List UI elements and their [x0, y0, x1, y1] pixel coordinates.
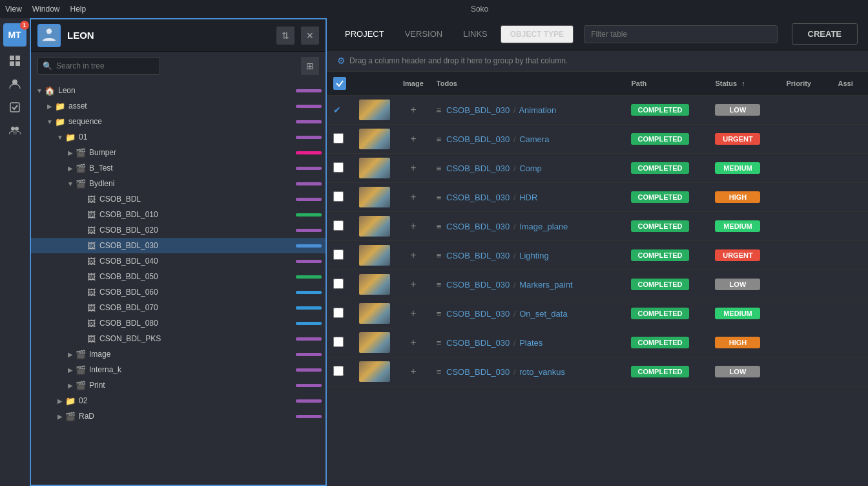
tab-object-type[interactable]: OBJECT TYPE [501, 25, 574, 43]
tree-item-csob_bdl_020[interactable]: 🖼 CSOB_BDL_020 [31, 222, 326, 238]
tree-arrow[interactable]: ▶ [45, 103, 54, 110]
col-priority[interactable]: Priority [780, 72, 831, 96]
path-base-link[interactable]: CSOB_BDL_030 [446, 193, 510, 202]
todos-add-icon[interactable]: + [410, 366, 416, 377]
path-sub-link[interactable]: Comp [519, 164, 542, 173]
tree-arrow[interactable]: ▼ [35, 87, 44, 94]
cell-todos[interactable]: + [397, 125, 430, 154]
cell-todos[interactable]: + [397, 241, 430, 270]
todos-add-icon[interactable]: + [410, 249, 416, 260]
tree-item-csob_bdl_010[interactable]: 🖼 CSOB_BDL_010 [31, 207, 326, 222]
nav-icon-user[interactable] [6, 75, 24, 93]
tree-item-01[interactable]: ▼ 📁 01 [31, 129, 326, 145]
path-sub-link[interactable]: roto_vankus [519, 367, 565, 377]
todos-add-icon[interactable]: + [410, 162, 416, 173]
path-base-link[interactable]: CSOB_BDL_030 [446, 338, 510, 348]
tree-item-csob_bdl_060[interactable]: 🖼 CSOB_BDL_060 [31, 284, 326, 300]
tree-item-print[interactable]: ▶ 🎬 Print [31, 377, 326, 393]
path-base-link[interactable]: CSOB_BDL_030 [446, 105, 510, 115]
path-sub-link[interactable]: Image_plane [519, 222, 568, 231]
path-sub-link[interactable]: Lighting [519, 251, 549, 260]
col-path[interactable]: Path [625, 72, 708, 96]
tree-item-csob_bdl_030[interactable]: 🖼 CSOB_BDL_030 [31, 238, 326, 253]
path-sub-link[interactable]: Camera [519, 134, 549, 144]
todos-add-icon[interactable]: + [410, 191, 416, 202]
app-logo[interactable]: MT 1 [3, 23, 26, 47]
col-todos[interactable]: Todos [430, 72, 625, 96]
tree-arrow[interactable]: ▶ [66, 165, 75, 172]
cell-todos[interactable]: + [397, 299, 430, 328]
tree-item-csob_bdl_040[interactable]: 🖼 CSOB_BDL_040 [31, 253, 326, 269]
filter-input[interactable] [584, 25, 778, 43]
cell-todos[interactable]: + [397, 183, 430, 212]
menu-view[interactable]: View [5, 5, 22, 14]
tree-item-image[interactable]: ▶ 🎬 Image [31, 346, 326, 362]
nav-icon-people[interactable] [6, 122, 24, 140]
tree-arrow[interactable]: ▶ [66, 149, 75, 156]
cell-check[interactable] [327, 270, 353, 299]
row-checkbox[interactable] [333, 337, 344, 347]
tab-version[interactable]: VERSION [397, 25, 451, 43]
path-sub-link[interactable]: Plates [519, 338, 542, 348]
tree-arrow[interactable]: ▶ [56, 397, 65, 405]
cell-check[interactable]: ✔ [327, 96, 353, 125]
row-checkbox[interactable] [333, 279, 344, 289]
tree-item-csob_bdl_080[interactable]: 🖼 CSOB_BDL_080 [31, 315, 326, 331]
path-base-link[interactable]: CSOB_BDL_030 [446, 222, 510, 231]
row-checkbox[interactable] [333, 133, 344, 143]
col-status[interactable]: Status ↑ [708, 72, 780, 96]
path-base-link[interactable]: CSOB_BDL_030 [446, 251, 510, 260]
tree-arrow[interactable]: ▶ [66, 351, 75, 358]
tree-item-csob_bdl_070[interactable]: 🖼 CSOB_BDL_070 [31, 300, 326, 315]
expand-tree-button[interactable]: ⊞ [301, 57, 319, 75]
tree-item-asset[interactable]: ▶ 📁 asset [31, 98, 326, 114]
tree-arrow[interactable]: ▶ [66, 382, 75, 389]
create-button[interactable]: CREATE [792, 23, 858, 45]
cell-check[interactable] [327, 357, 353, 386]
tree-arrow[interactable]: ▼ [56, 134, 65, 141]
row-checkbox[interactable] [333, 220, 344, 231]
cell-todos[interactable]: + [397, 154, 430, 183]
cell-todos[interactable]: + [397, 270, 430, 299]
tree-item-cson_bdl_pks[interactable]: 🖼 CSON_BDL_PKS [31, 331, 326, 346]
tree-arrow[interactable]: ▼ [45, 118, 54, 125]
cell-check[interactable] [327, 183, 353, 212]
row-checkbox[interactable] [333, 249, 344, 260]
search-input[interactable] [37, 57, 160, 75]
col-assign[interactable]: Assi [831, 72, 868, 96]
nav-icon-grid[interactable] [6, 52, 24, 70]
cell-todos[interactable]: + [397, 212, 430, 241]
row-checkbox[interactable] [333, 162, 344, 173]
tree-item-b_test[interactable]: ▶ 🎬 B_Test [31, 160, 326, 176]
cell-check[interactable] [327, 299, 353, 328]
tree-arrow[interactable]: ▶ [56, 413, 65, 420]
cell-check[interactable] [327, 154, 353, 183]
cell-check[interactable] [327, 328, 353, 357]
cell-check[interactable] [327, 241, 353, 270]
cell-todos[interactable]: + [397, 357, 430, 386]
path-base-link[interactable]: CSOB_BDL_030 [446, 164, 510, 173]
path-sub-link[interactable]: Markers_paint [519, 280, 572, 290]
col-image[interactable]: Image [397, 72, 430, 96]
tree-item-interna_k[interactable]: ▶ 🎬 Interna_k [31, 362, 326, 377]
path-base-link[interactable]: CSOB_BDL_030 [446, 134, 510, 144]
panel-close-button[interactable]: ✕ [301, 26, 319, 45]
menu-window[interactable]: Window [32, 5, 60, 14]
tree-item-sequence[interactable]: ▼ 📁 sequence [31, 114, 326, 129]
todos-add-icon[interactable]: + [410, 133, 416, 144]
panel-settings-button[interactable]: ⇅ [276, 26, 294, 45]
cell-check[interactable] [327, 212, 353, 241]
nav-icon-check[interactable] [6, 98, 24, 116]
todos-add-icon[interactable]: + [410, 308, 416, 319]
tree-item-bydleni[interactable]: ▼ 🎬 Bydleni [31, 176, 326, 191]
cell-check[interactable] [327, 125, 353, 154]
row-checkbox[interactable] [333, 191, 344, 202]
todos-add-icon[interactable]: + [410, 220, 416, 231]
tree-item-02[interactable]: ▶ 📁 02 [31, 393, 326, 408]
cell-todos[interactable]: + [397, 328, 430, 357]
col-check[interactable] [327, 72, 353, 96]
path-base-link[interactable]: CSOB_BDL_030 [446, 367, 510, 377]
menu-help[interactable]: Help [70, 5, 86, 14]
cell-todos[interactable]: + [397, 96, 430, 125]
tree-arrow[interactable]: ▶ [66, 366, 75, 374]
